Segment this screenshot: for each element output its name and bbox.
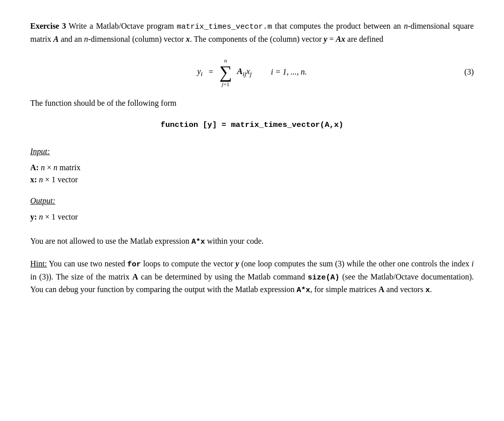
input-A-desc: n × n matrix bbox=[41, 163, 81, 172]
input-x: x: bbox=[30, 175, 37, 184]
input-label-text: Input: bbox=[30, 147, 50, 156]
restriction-text-2: within your code. bbox=[205, 237, 264, 245]
sigma-notation: n ∑ j=1 bbox=[219, 57, 232, 88]
hint-for-code: for bbox=[128, 260, 141, 269]
function-signature-display: function [y] = matrix_times_vector(A,x) bbox=[30, 119, 474, 131]
hint-and: and vectors bbox=[385, 285, 425, 294]
input-section: Input: A: n × n matrix x: n × 1 vector bbox=[30, 146, 474, 186]
output-section: Output: y: n × 1 vector bbox=[30, 195, 474, 223]
form-description: The function should be of the following … bbox=[30, 97, 474, 109]
input-x-line: x: n × 1 vector bbox=[30, 174, 474, 186]
hint-text-1: You can use two nested bbox=[49, 259, 128, 268]
function-signature: function [y] = matrix_times_vector(A,x) bbox=[161, 119, 344, 131]
eq-equals-sign: = bbox=[209, 66, 213, 78]
sigma-bottom: j=1 bbox=[222, 81, 229, 87]
sigma-symbol: ∑ bbox=[219, 63, 232, 81]
hint-period: . bbox=[430, 285, 432, 294]
intro-equals: = bbox=[329, 35, 336, 43]
intro-text-5: . The components of the (column) vector bbox=[190, 35, 324, 43]
y-subscript-i: yi bbox=[197, 65, 203, 79]
exercise-content: Exercise 3 Write a Matlab/Octave program… bbox=[30, 20, 474, 297]
hint-x-code: x bbox=[425, 286, 430, 295]
hint-A: A bbox=[132, 272, 138, 281]
intro-text-6: are defined bbox=[347, 35, 384, 43]
output-y-desc: n × 1 vector bbox=[39, 213, 78, 221]
math-formula: yi = n ∑ j=1 Aijxj i = 1, ..., n. bbox=[197, 57, 307, 88]
equation-condition: i = 1, ..., n. bbox=[271, 66, 307, 78]
output-label: Output: bbox=[30, 195, 474, 207]
hint-text-7: , for simple matrices bbox=[310, 285, 379, 294]
n-dim-2: n bbox=[84, 35, 88, 43]
A-ij-xj: Aijxj bbox=[237, 65, 251, 79]
intro-paragraph: Exercise 3 Write a Matlab/Octave program… bbox=[30, 20, 474, 45]
filename: matrix_times_vector.m bbox=[177, 23, 272, 31]
output-y-line: y: n × 1 vector bbox=[30, 211, 474, 223]
A-bold: A bbox=[53, 35, 59, 43]
intro-text-2: that computes the prod­uct between an bbox=[275, 22, 404, 30]
intro-text-4: -dimensional (column) vector bbox=[88, 35, 186, 43]
hint-text-3: (one loop computes the sum (3) while the… bbox=[239, 259, 471, 268]
equation-number: (3) bbox=[464, 66, 474, 78]
output-y: y: bbox=[30, 213, 37, 221]
hint-i-italic: i bbox=[472, 259, 474, 268]
hint-A2: A bbox=[379, 285, 385, 294]
n-dim-1: n bbox=[404, 22, 408, 30]
hint-text-5: can be determined by using the Matlab co… bbox=[138, 272, 308, 281]
x-bold: x bbox=[186, 35, 190, 43]
restriction-code: A*x bbox=[192, 238, 205, 246]
exercise-label: Exercise 3 bbox=[30, 22, 66, 30]
hint-paragraph: Hint: You can use two nested for loops t… bbox=[30, 258, 474, 297]
hint-size-code: size(A) bbox=[308, 273, 340, 282]
intro-text-and: and an bbox=[60, 35, 84, 43]
hint-Ax-code: A*x bbox=[297, 286, 310, 295]
restriction-text-1: You are not allowed to use the Matlab ex… bbox=[30, 237, 192, 245]
equation-3-display: yi = n ∑ j=1 Aijxj i = 1, ..., n. (3) bbox=[30, 57, 474, 88]
y-bold: y bbox=[324, 35, 327, 43]
Ax-bold: Ax bbox=[336, 35, 345, 43]
output-label-text: Output: bbox=[30, 196, 55, 205]
hint-text-4: in (3)). The size of the matrix bbox=[30, 272, 132, 281]
input-A: A: bbox=[30, 163, 39, 172]
input-A-line: A: n × n matrix bbox=[30, 162, 474, 174]
input-label: Input: bbox=[30, 146, 474, 158]
hint-label: Hint: bbox=[30, 259, 47, 268]
hint-text-2: loops to compute the vector bbox=[141, 259, 236, 268]
restriction-paragraph: You are not allowed to use the Matlab ex… bbox=[30, 235, 474, 248]
intro-text-1: Write a Matlab/Octave program bbox=[69, 22, 177, 30]
input-x-desc: n × 1 vector bbox=[39, 175, 78, 184]
